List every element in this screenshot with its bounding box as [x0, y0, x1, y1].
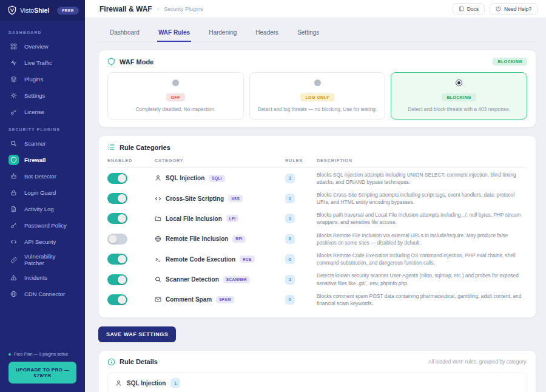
plan-badge: FREE [57, 7, 79, 15]
mode-option-blocking[interactable]: BLOCKING Detect and block threats with a… [391, 72, 527, 120]
tab-settings[interactable]: Settings [296, 24, 320, 42]
category-badge: XSS [228, 195, 243, 202]
radio-off[interactable] [172, 79, 179, 86]
sidebar-item-api-security[interactable]: API Security [0, 234, 85, 250]
tab-headers[interactable]: Headers [254, 24, 280, 42]
mode-option-off[interactable]: OFF Completely disabled. No inspection. [107, 72, 244, 120]
user-icon [115, 380, 122, 387]
sidebar-item-label: Bot Detector [24, 173, 56, 180]
patch-icon [8, 255, 19, 265]
search-icon [155, 276, 161, 283]
card-title: Rule Categories [120, 144, 170, 151]
mode-badge-blocking: BLOCKING [442, 93, 476, 101]
tab-waf-rules[interactable]: WAF Rules [157, 24, 191, 42]
sidebar-item-overview[interactable]: Overview [0, 38, 85, 55]
topbar-actions: Docs Need Help? [453, 3, 538, 15]
toggle-rce[interactable] [107, 254, 127, 265]
nav-section-security-plugins: SECURITY PLUGINS [0, 120, 85, 135]
toggle-xss[interactable] [107, 193, 127, 204]
column-header-rules: RULES [285, 158, 317, 163]
sidebar-item-label: Firewall [24, 157, 46, 163]
column-header-category: CATEGORY [155, 158, 285, 163]
rule-details-header: Rule Details All loaded WAF rules, group… [107, 358, 527, 366]
sidebar-item-firewall[interactable]: Firewall [0, 152, 85, 168]
sidebar-item-label: Incidents [24, 274, 47, 281]
sidebar-item-label: Login Guard [24, 189, 56, 196]
toggle-sql-injection[interactable] [107, 173, 127, 184]
waf-mode-options: OFF Completely disabled. No inspection. … [107, 72, 527, 120]
sidebar-item-bot-detector[interactable]: Bot Detector [0, 168, 85, 184]
category-cell: Local File Inclusion LFI [155, 215, 285, 222]
upgrade-to-pro-button[interactable]: UPGRADE TO PRO — €79/YR [8, 362, 76, 384]
radio-log-only[interactable] [314, 79, 321, 86]
app-window: VistoShiel FREE DASHBOARD Overview Live … [0, 0, 546, 392]
toggle-comment-spam[interactable] [107, 294, 127, 305]
category-name: Cross-Site Scripting [166, 195, 224, 202]
breadcrumb: Security Plugins [164, 6, 203, 12]
sidebar-item-label: API Security [24, 238, 56, 245]
activity-icon [8, 58, 19, 68]
waf-mode-status-badge: BLOCKING [493, 58, 527, 66]
category-description: Blocks comment spam POST data containing… [317, 292, 527, 307]
docs-button[interactable]: Docs [453, 3, 485, 15]
category-badge: SPAM [216, 296, 234, 303]
page-content: Dashboard WAF Rules Hardening Headers Se… [85, 18, 546, 392]
rules-count-badge: 0 [285, 234, 295, 244]
code-icon [8, 237, 19, 247]
table-row: Remote File Inclusion RFI 0 Blocks Remot… [107, 229, 527, 249]
lock-icon [8, 188, 19, 198]
table-row: Cross-Site Scripting XSS 2 Blocks Cross-… [107, 188, 527, 208]
file-text-icon [8, 204, 19, 214]
category-name: Local File Inclusion [166, 215, 222, 222]
sidebar-nav: DASHBOARD Overview Live Traffic Plugins … [0, 21, 85, 302]
sidebar-item-login-guard[interactable]: Login Guard [0, 184, 85, 201]
sidebar-item-settings[interactable]: Settings [0, 87, 85, 104]
sidebar-item-label: License [24, 109, 44, 115]
sidebar-item-plugins[interactable]: Plugins [0, 71, 85, 87]
mode-option-log-only[interactable]: LOG ONLY Detect and log threats — no blo… [249, 72, 386, 120]
rule-details-note: All loaded WAF rules, grouped by categor… [428, 359, 527, 365]
sidebar-item-label: Overview [24, 43, 49, 50]
sidebar-item-license[interactable]: License [0, 104, 85, 120]
user-icon [155, 175, 161, 181]
sidebar-item-live-traffic[interactable]: Live Traffic [0, 55, 85, 71]
column-header-enabled: ENABLED [107, 158, 155, 163]
category-name: Comment Spam [166, 296, 212, 303]
sidebar-item-scanner[interactable]: Scanner [0, 135, 85, 152]
rule-group-sql-injection[interactable]: SQL Injection 1 [107, 373, 527, 392]
tab-dashboard[interactable]: Dashboard [109, 24, 141, 42]
table-row: Remote Code Execution RCE 0 Blocks Remot… [107, 249, 527, 269]
sidebar-item-incidents[interactable]: Incidents [0, 269, 85, 286]
toggle-lfi[interactable] [107, 213, 127, 224]
category-name: Scanner Detection [166, 276, 219, 283]
toggle-rfi[interactable] [107, 234, 127, 245]
sidebar-item-label: Scanner [24, 140, 46, 147]
need-help-button[interactable]: Need Help? [490, 3, 538, 15]
tab-hardening[interactable]: Hardening [207, 24, 238, 42]
folder-icon [155, 215, 161, 222]
sidebar-item-label: Live Traffic [24, 59, 52, 66]
toggle-scanner-detection[interactable] [107, 274, 127, 285]
rules-count-badge: 1 [285, 275, 295, 285]
shield-icon [8, 155, 19, 165]
info-icon [107, 358, 115, 366]
category-badge: RFI [232, 235, 245, 243]
waf-mode-header: WAF Mode BLOCKING [107, 58, 527, 66]
sidebar-item-password-policy[interactable]: Password Policy [0, 217, 85, 234]
rules-count-badge: 1 [285, 214, 295, 223]
rules-count-badge: 2 [285, 194, 295, 203]
table-header-row: ENABLED CATEGORY RULES DESCRIPTION [107, 158, 527, 168]
sidebar-item-vulnerability-patcher[interactable]: Vulnerability Patcher [0, 250, 85, 269]
sidebar-item-label: CDN Connector [24, 291, 65, 297]
category-badge: RCE [240, 255, 255, 263]
sidebar-item-cdn-connector[interactable]: CDN Connector [0, 286, 85, 302]
topbar: Firewall & WAF › Security Plugins Docs N… [85, 0, 546, 18]
status-dot-icon [8, 353, 11, 356]
save-waf-settings-button[interactable]: SAVE WAF SETTINGS [98, 326, 176, 342]
globe-icon [155, 235, 161, 242]
rule-group-label: SQL Injection [127, 380, 166, 387]
sidebar-item-activity-log[interactable]: Activity Log [0, 201, 85, 217]
mail-icon [155, 296, 161, 303]
radio-blocking[interactable] [456, 79, 462, 86]
card-title: Rule Details [120, 358, 158, 365]
